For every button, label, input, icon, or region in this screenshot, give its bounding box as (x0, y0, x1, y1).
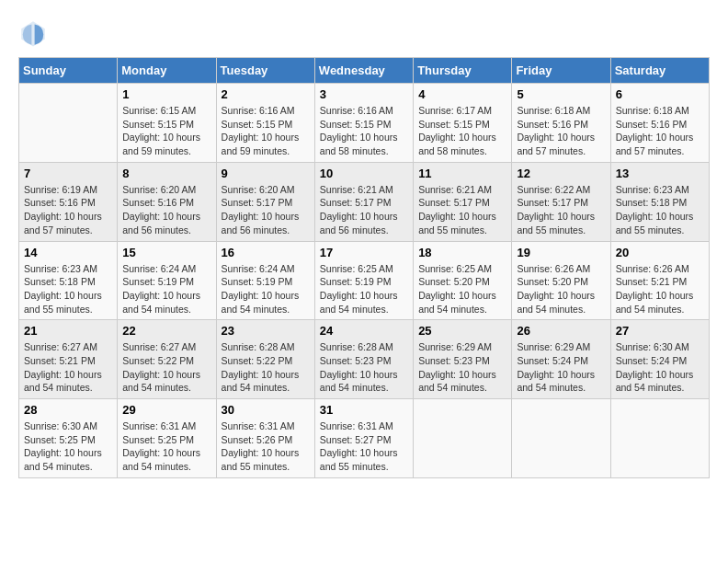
day-detail: Sunrise: 6:24 AM Sunset: 5:19 PM Dayligh… (122, 262, 210, 316)
week-row-5: 28Sunrise: 6:30 AM Sunset: 5:25 PM Dayli… (19, 399, 710, 478)
day-detail: Sunrise: 6:28 AM Sunset: 5:23 PM Dayligh… (320, 340, 408, 395)
day-number: 18 (418, 246, 506, 259)
header-cell-thursday: Thursday (414, 58, 512, 84)
day-detail: Sunrise: 6:27 AM Sunset: 5:22 PM Dayligh… (122, 340, 210, 395)
day-detail: Sunrise: 6:31 AM Sunset: 5:26 PM Dayligh… (222, 419, 310, 474)
day-detail: Sunrise: 6:21 AM Sunset: 5:17 PM Dayligh… (320, 183, 408, 237)
calendar-header: SundayMondayTuesdayWednesdayThursdayFrid… (19, 58, 710, 84)
calendar-cell: 29Sunrise: 6:31 AM Sunset: 5:25 PM Dayli… (118, 399, 216, 478)
calendar-cell: 30Sunrise: 6:31 AM Sunset: 5:26 PM Dayli… (216, 399, 314, 478)
logo-icon (18, 18, 48, 48)
day-number: 13 (616, 167, 704, 180)
calendar-cell: 5Sunrise: 6:18 AM Sunset: 5:16 PM Daylig… (512, 84, 610, 163)
day-number: 6 (616, 87, 704, 101)
day-number: 4 (418, 87, 506, 101)
calendar-cell: 22Sunrise: 6:27 AM Sunset: 5:22 PM Dayli… (118, 320, 216, 399)
calendar-cell (19, 84, 118, 163)
calendar-cell (512, 399, 610, 478)
day-number: 16 (222, 246, 310, 259)
calendar-cell: 3Sunrise: 6:16 AM Sunset: 5:15 PM Daylig… (314, 84, 413, 163)
day-detail: Sunrise: 6:30 AM Sunset: 5:25 PM Dayligh… (24, 419, 112, 474)
calendar-cell: 20Sunrise: 6:26 AM Sunset: 5:21 PM Dayli… (610, 241, 709, 320)
day-detail: Sunrise: 6:18 AM Sunset: 5:16 PM Dayligh… (517, 104, 605, 158)
day-number: 7 (24, 167, 112, 180)
page-header (18, 18, 710, 48)
week-row-3: 14Sunrise: 6:23 AM Sunset: 5:18 PM Dayli… (19, 241, 710, 320)
day-detail: Sunrise: 6:27 AM Sunset: 5:21 PM Dayligh… (24, 340, 112, 395)
day-detail: Sunrise: 6:29 AM Sunset: 5:24 PM Dayligh… (517, 340, 605, 395)
day-number: 3 (320, 87, 408, 101)
day-detail: Sunrise: 6:26 AM Sunset: 5:20 PM Dayligh… (517, 262, 605, 316)
calendar-cell: 27Sunrise: 6:30 AM Sunset: 5:24 PM Dayli… (610, 320, 709, 399)
calendar-table: SundayMondayTuesdayWednesdayThursdayFrid… (18, 57, 710, 478)
day-number: 12 (517, 167, 605, 180)
calendar-cell: 4Sunrise: 6:17 AM Sunset: 5:15 PM Daylig… (414, 84, 512, 163)
calendar-body: 1Sunrise: 6:15 AM Sunset: 5:15 PM Daylig… (19, 84, 710, 478)
header-cell-friday: Friday (512, 58, 610, 84)
day-number: 26 (517, 324, 605, 338)
day-number: 2 (222, 87, 310, 101)
day-number: 9 (222, 167, 310, 180)
day-detail: Sunrise: 6:22 AM Sunset: 5:17 PM Dayligh… (517, 183, 605, 237)
day-number: 14 (24, 246, 112, 259)
calendar-cell: 7Sunrise: 6:19 AM Sunset: 5:16 PM Daylig… (19, 162, 118, 241)
day-number: 11 (418, 167, 506, 180)
calendar-cell: 13Sunrise: 6:23 AM Sunset: 5:18 PM Dayli… (610, 162, 709, 241)
day-detail: Sunrise: 6:18 AM Sunset: 5:16 PM Dayligh… (616, 104, 704, 158)
day-number: 27 (616, 324, 704, 338)
day-detail: Sunrise: 6:26 AM Sunset: 5:21 PM Dayligh… (616, 262, 704, 316)
day-number: 22 (122, 324, 210, 338)
calendar-cell: 9Sunrise: 6:20 AM Sunset: 5:17 PM Daylig… (216, 162, 314, 241)
calendar-cell: 23Sunrise: 6:28 AM Sunset: 5:22 PM Dayli… (216, 320, 314, 399)
day-detail: Sunrise: 6:24 AM Sunset: 5:19 PM Dayligh… (222, 262, 310, 316)
week-row-1: 1Sunrise: 6:15 AM Sunset: 5:15 PM Daylig… (19, 84, 710, 163)
day-number: 15 (122, 246, 210, 259)
calendar-cell (610, 399, 709, 478)
calendar-cell: 19Sunrise: 6:26 AM Sunset: 5:20 PM Dayli… (512, 241, 610, 320)
calendar-cell: 11Sunrise: 6:21 AM Sunset: 5:17 PM Dayli… (414, 162, 512, 241)
day-number: 21 (24, 324, 112, 338)
day-detail: Sunrise: 6:31 AM Sunset: 5:25 PM Dayligh… (122, 419, 210, 474)
calendar-cell: 26Sunrise: 6:29 AM Sunset: 5:24 PM Dayli… (512, 320, 610, 399)
calendar-cell: 24Sunrise: 6:28 AM Sunset: 5:23 PM Dayli… (314, 320, 413, 399)
day-number: 29 (122, 403, 210, 417)
day-detail: Sunrise: 6:21 AM Sunset: 5:17 PM Dayligh… (418, 183, 506, 237)
header-cell-monday: Monday (118, 58, 216, 84)
day-detail: Sunrise: 6:16 AM Sunset: 5:15 PM Dayligh… (222, 104, 310, 158)
day-number: 5 (517, 87, 605, 101)
day-number: 17 (320, 246, 408, 259)
calendar-cell (414, 399, 512, 478)
day-number: 8 (122, 167, 210, 180)
day-number: 30 (222, 403, 310, 417)
header-cell-tuesday: Tuesday (216, 58, 314, 84)
calendar-cell: 21Sunrise: 6:27 AM Sunset: 5:21 PM Dayli… (19, 320, 118, 399)
header-cell-sunday: Sunday (19, 58, 118, 84)
day-detail: Sunrise: 6:16 AM Sunset: 5:15 PM Dayligh… (320, 104, 408, 158)
day-detail: Sunrise: 6:17 AM Sunset: 5:15 PM Dayligh… (418, 104, 506, 158)
day-number: 24 (320, 324, 408, 338)
calendar-cell: 6Sunrise: 6:18 AM Sunset: 5:16 PM Daylig… (610, 84, 709, 163)
calendar-cell: 1Sunrise: 6:15 AM Sunset: 5:15 PM Daylig… (118, 84, 216, 163)
calendar-cell: 14Sunrise: 6:23 AM Sunset: 5:18 PM Dayli… (19, 241, 118, 320)
day-number: 25 (418, 324, 506, 338)
header-cell-saturday: Saturday (610, 58, 709, 84)
day-detail: Sunrise: 6:29 AM Sunset: 5:23 PM Dayligh… (418, 340, 506, 395)
calendar-cell: 8Sunrise: 6:20 AM Sunset: 5:16 PM Daylig… (118, 162, 216, 241)
calendar-cell: 15Sunrise: 6:24 AM Sunset: 5:19 PM Dayli… (118, 241, 216, 320)
day-detail: Sunrise: 6:19 AM Sunset: 5:16 PM Dayligh… (24, 183, 112, 237)
calendar-cell: 2Sunrise: 6:16 AM Sunset: 5:15 PM Daylig… (216, 84, 314, 163)
day-number: 31 (320, 403, 408, 417)
day-number: 10 (320, 167, 408, 180)
logo (18, 18, 51, 48)
day-detail: Sunrise: 6:20 AM Sunset: 5:17 PM Dayligh… (222, 183, 310, 237)
day-number: 19 (517, 246, 605, 259)
header-row: SundayMondayTuesdayWednesdayThursdayFrid… (19, 58, 710, 84)
day-detail: Sunrise: 6:23 AM Sunset: 5:18 PM Dayligh… (616, 183, 704, 237)
day-detail: Sunrise: 6:25 AM Sunset: 5:19 PM Dayligh… (320, 262, 408, 316)
calendar-cell: 25Sunrise: 6:29 AM Sunset: 5:23 PM Dayli… (414, 320, 512, 399)
calendar-cell: 28Sunrise: 6:30 AM Sunset: 5:25 PM Dayli… (19, 399, 118, 478)
day-number: 20 (616, 246, 704, 259)
day-number: 28 (24, 403, 112, 417)
day-detail: Sunrise: 6:20 AM Sunset: 5:16 PM Dayligh… (122, 183, 210, 237)
week-row-4: 21Sunrise: 6:27 AM Sunset: 5:21 PM Dayli… (19, 320, 710, 399)
